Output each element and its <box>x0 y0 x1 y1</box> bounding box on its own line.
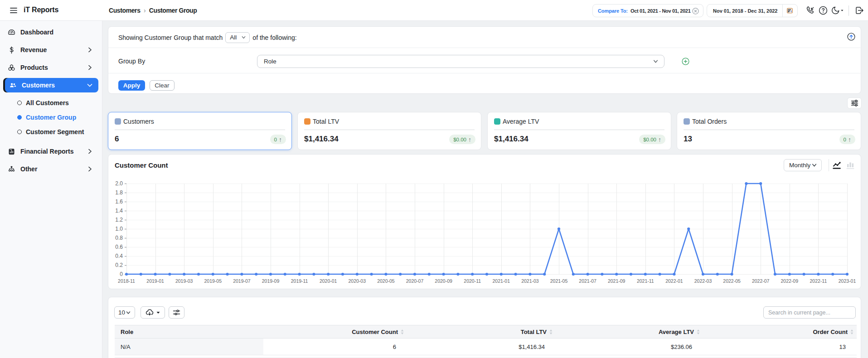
svg-text:2022-03: 2022-03 <box>694 278 712 284</box>
svg-text:0.2: 0.2 <box>115 262 123 268</box>
svg-text:2022-05: 2022-05 <box>723 278 741 284</box>
svg-text:1.8: 1.8 <box>115 189 123 196</box>
svg-text:2021-01: 2021-01 <box>493 278 510 284</box>
svg-text:2021-05: 2021-05 <box>550 278 568 284</box>
svg-text:2022-11: 2022-11 <box>810 278 827 284</box>
svg-text:0.8: 0.8 <box>115 235 123 241</box>
svg-text:2019-09: 2019-09 <box>262 278 280 284</box>
svg-text:2019-07: 2019-07 <box>233 278 251 284</box>
svg-text:2022-09: 2022-09 <box>781 278 799 284</box>
svg-text:2021-03: 2021-03 <box>521 278 539 284</box>
svg-text:0.4: 0.4 <box>115 253 123 259</box>
svg-text:2020-09: 2020-09 <box>435 278 452 284</box>
svg-text:2018-11: 2018-11 <box>118 278 135 284</box>
svg-text:2019-05: 2019-05 <box>204 278 222 284</box>
svg-text:0.6: 0.6 <box>115 244 123 250</box>
svg-text:2020-07: 2020-07 <box>406 278 424 284</box>
svg-text:2022-07: 2022-07 <box>752 278 770 284</box>
svg-text:2021-11: 2021-11 <box>637 278 654 284</box>
svg-text:2023-01: 2023-01 <box>839 278 856 284</box>
svg-text:2022-01: 2022-01 <box>665 278 683 284</box>
svg-text:2020-11: 2020-11 <box>464 278 481 284</box>
svg-text:2019-03: 2019-03 <box>175 278 193 284</box>
svg-text:2021-09: 2021-09 <box>608 278 626 284</box>
svg-text:1.0: 1.0 <box>115 226 123 232</box>
svg-text:2019-11: 2019-11 <box>291 278 308 284</box>
svg-text:2020-03: 2020-03 <box>349 278 366 284</box>
svg-text:2021-07: 2021-07 <box>579 278 596 284</box>
svg-text:2020-05: 2020-05 <box>377 278 395 284</box>
svg-text:2020-01: 2020-01 <box>320 278 337 284</box>
svg-text:2019-01: 2019-01 <box>146 278 164 284</box>
svg-text:0: 0 <box>120 271 123 277</box>
svg-text:2.0: 2.0 <box>115 180 123 187</box>
svg-text:1.6: 1.6 <box>115 198 123 205</box>
svg-text:1.2: 1.2 <box>115 217 123 223</box>
svg-text:1.4: 1.4 <box>115 208 123 214</box>
